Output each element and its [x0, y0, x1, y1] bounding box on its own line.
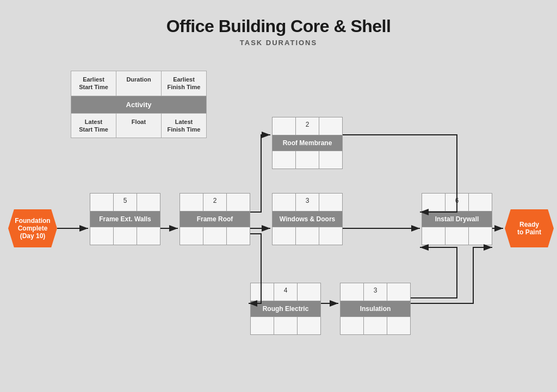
- node-roof-membrane-est: [273, 117, 296, 135]
- page: Office Building Core & Shell TASK DURATI…: [0, 0, 557, 392]
- end-node: Readyto Paint: [505, 209, 554, 247]
- title-area: Office Building Core & Shell TASK DURATI…: [0, 0, 557, 47]
- node-insulation-lft: [387, 317, 410, 334]
- start-node: FoundationComplete(Day 10): [8, 209, 57, 247]
- node-frame-walls-lft: [137, 227, 160, 245]
- node-roof-membrane-lst: [273, 151, 296, 169]
- node-drywall-lft: [469, 227, 492, 245]
- node-frame-walls: 5 Frame Ext. Walls: [90, 193, 160, 245]
- node-drywall-float: [445, 227, 469, 245]
- node-insulation-dur: 3: [364, 283, 387, 301]
- node-insulation-label: Insulation: [341, 301, 410, 317]
- node-roof-membrane-eft: [319, 117, 342, 135]
- node-insulation: 3 Insulation: [340, 283, 411, 335]
- node-windows-lst: [273, 227, 296, 245]
- node-rough-electric-float: [274, 317, 298, 334]
- node-windows-lft: [319, 227, 342, 245]
- node-rough-electric-lst: [251, 317, 274, 334]
- node-insulation-est: [341, 283, 364, 301]
- node-windows-label: Windows & Doors: [273, 211, 342, 227]
- node-frame-roof-dur: 2: [203, 194, 227, 211]
- node-insulation-float: [364, 317, 387, 334]
- node-drywall-est: [422, 194, 445, 211]
- legend-latest-start: LatestStart Time: [71, 114, 116, 138]
- node-drywall-eft: [469, 194, 492, 211]
- legend: EarliestStart Time Duration EarliestFini…: [71, 71, 207, 138]
- node-frame-roof-lft: [227, 227, 250, 245]
- legend-latest-finish: LatestFinish Time: [162, 114, 206, 138]
- node-frame-roof-eft: [227, 194, 250, 211]
- legend-earliest-start: EarliestStart Time: [71, 71, 116, 96]
- node-frame-walls-eft: [137, 194, 160, 211]
- node-rough-electric-est: [251, 283, 274, 301]
- sub-title: TASK DURATIONS: [0, 39, 557, 47]
- legend-activity: Activity: [71, 96, 206, 114]
- node-rough-electric-label: Rough Electric: [251, 301, 320, 317]
- node-windows-float: [296, 227, 319, 245]
- node-windows-dur: 3: [296, 194, 319, 211]
- node-rough-electric-dur: 4: [274, 283, 298, 301]
- node-rough-electric: 4 Rough Electric: [250, 283, 321, 335]
- node-frame-walls-dur: 5: [114, 194, 137, 211]
- node-frame-roof: 2 Frame Roof: [180, 193, 250, 245]
- node-roof-membrane-lft: [319, 151, 342, 169]
- node-frame-walls-label: Frame Ext. Walls: [90, 211, 160, 227]
- node-frame-walls-est: [90, 194, 114, 211]
- node-drywall-dur: 6: [445, 194, 469, 211]
- node-frame-roof-label: Frame Roof: [180, 211, 250, 227]
- legend-float: Float: [116, 114, 162, 138]
- node-windows-eft: [319, 194, 342, 211]
- node-windows-est: [273, 194, 296, 211]
- node-frame-roof-lst: [180, 227, 203, 245]
- node-rough-electric-eft: [298, 283, 320, 301]
- node-insulation-eft: [387, 283, 410, 301]
- node-drywall-lst: [422, 227, 445, 245]
- node-frame-roof-float: [203, 227, 227, 245]
- legend-earliest-finish: EarliestFinish Time: [162, 71, 206, 96]
- node-rough-electric-lft: [298, 317, 320, 334]
- node-roof-membrane-float: [296, 151, 319, 169]
- legend-duration: Duration: [116, 71, 162, 96]
- node-roof-membrane-label: Roof Membrane: [273, 135, 342, 151]
- main-title: Office Building Core & Shell: [0, 16, 557, 36]
- node-roof-membrane: 2 Roof Membrane: [272, 117, 343, 169]
- node-drywall-label: Install Drywall: [422, 211, 492, 227]
- node-frame-walls-lst: [90, 227, 114, 245]
- node-install-drywall: 6 Install Drywall: [422, 193, 492, 245]
- node-frame-roof-est: [180, 194, 203, 211]
- node-insulation-lst: [341, 317, 364, 334]
- node-frame-walls-float: [114, 227, 137, 245]
- node-windows-doors: 3 Windows & Doors: [272, 193, 343, 245]
- node-roof-membrane-dur: 2: [296, 117, 319, 135]
